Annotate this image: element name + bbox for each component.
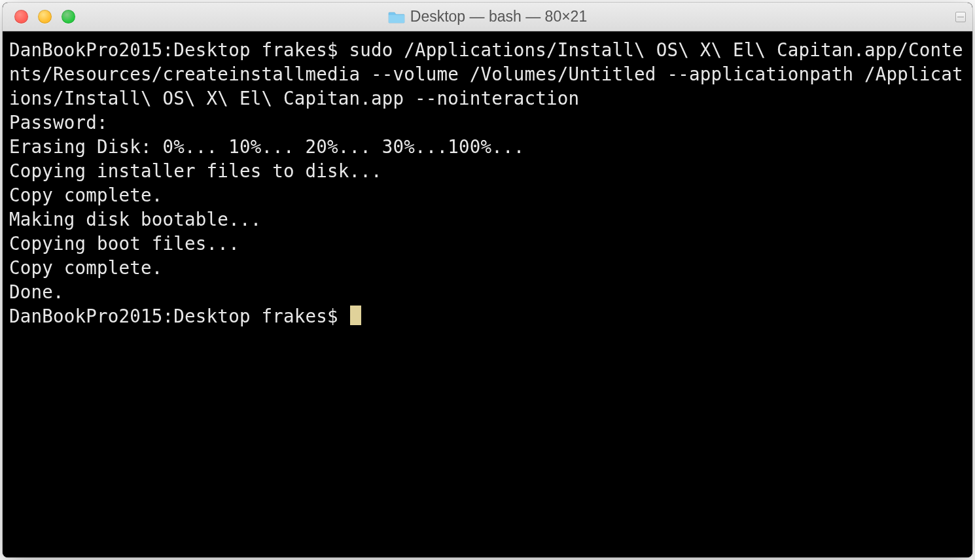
window-title: Desktop — bash — 80×21 bbox=[410, 8, 587, 26]
minimize-button[interactable] bbox=[38, 10, 52, 24]
traffic-lights bbox=[3, 10, 75, 24]
window-title-container: Desktop — bash — 80×21 bbox=[3, 8, 972, 26]
terminal-prompt: DanBookPro2015:Desktop frakes$ bbox=[9, 306, 349, 326]
terminal-lines: DanBookPro2015:Desktop frakes$ sudo /App… bbox=[9, 39, 963, 302]
close-button[interactable] bbox=[14, 10, 28, 24]
window-titlebar[interactable]: Desktop — bash — 80×21 bbox=[3, 3, 972, 31]
titlebar-proxy-icon[interactable] bbox=[955, 12, 966, 22]
terminal-cursor bbox=[350, 306, 361, 325]
folder-icon bbox=[388, 10, 405, 24]
terminal-window: Desktop — bash — 80×21 DanBookPro2015:De… bbox=[3, 3, 972, 557]
terminal-output[interactable]: DanBookPro2015:Desktop frakes$ sudo /App… bbox=[3, 31, 972, 557]
maximize-button[interactable] bbox=[62, 10, 75, 24]
